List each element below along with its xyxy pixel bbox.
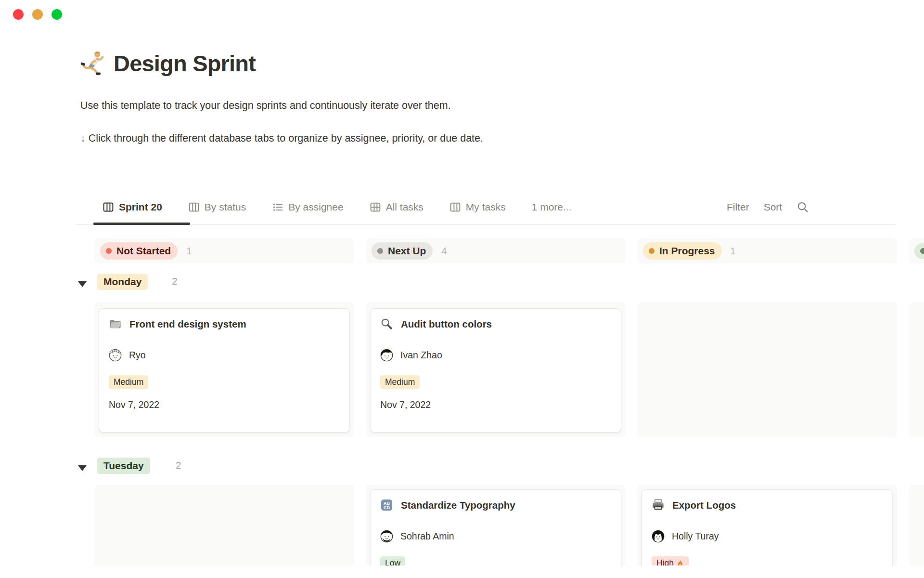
task-card-standardize-typography[interactable]: AB CD Standardize Typography Sohrab Amin [370, 489, 621, 565]
column-count: 1 [186, 246, 192, 257]
task-card-front-end-design-system[interactable]: Front end design system Ryo Medium [99, 308, 350, 433]
card-title: Export Logos [672, 499, 736, 511]
priority-badge: High [652, 556, 689, 565]
assignee-name: Ivan Zhao [400, 350, 442, 361]
page-hint: ↓ Click through the different database t… [80, 131, 483, 145]
assignee-name: Sohrab Amin [400, 531, 454, 542]
group-count-monday: 2 [172, 276, 178, 287]
tab-label: By assignee [288, 201, 343, 213]
priority-label: High [656, 558, 674, 565]
avatar-ivan-zhao [380, 349, 393, 362]
svg-text:CD: CD [384, 505, 390, 510]
page-title: Design Sprint [114, 50, 256, 77]
notion-window: Design Sprint Use this template to track… [0, 0, 924, 578]
tab-my-tasks[interactable]: My tasks [440, 197, 515, 218]
column-lane-partial [909, 302, 924, 437]
kanban-board: Not Started 1 Next Up 4 In Progress 1 Mo [0, 231, 924, 565]
magnifier-icon [380, 317, 393, 330]
sort-button[interactable]: Sort [764, 201, 783, 213]
status-badge: In Progress [643, 242, 722, 260]
table-icon [370, 201, 381, 213]
column-header-not-started[interactable]: Not Started 1 [94, 238, 354, 263]
assignee-name: Ryo [129, 350, 146, 361]
status-label: Next Up [388, 245, 426, 257]
tab-label: 1 more... [532, 201, 572, 213]
runner-emoji-icon [80, 49, 106, 77]
priority-badge: Medium [109, 375, 148, 389]
tabbar-divider [76, 224, 896, 225]
priority-badge: Low [380, 556, 405, 565]
fire-icon [677, 560, 684, 565]
page-description: Use this template to track your design s… [80, 99, 451, 112]
tab-by-status[interactable]: By status [179, 197, 255, 218]
abcd-icon: AB CD [380, 499, 393, 512]
filter-button[interactable]: Filter [727, 201, 749, 213]
tab-label: By status [205, 201, 246, 213]
view-tabs: Sprint 20 By status By assignee [93, 197, 581, 218]
close-window-button[interactable] [13, 9, 24, 20]
column-lane-empty [637, 302, 897, 437]
zoom-window-button[interactable] [51, 9, 62, 20]
column-lane-partial [909, 485, 924, 565]
board-icon [449, 201, 461, 213]
group-pill-monday[interactable]: Monday [97, 274, 148, 290]
group-count-tuesday: 2 [176, 460, 181, 471]
due-date: Nov 7, 2022 [109, 399, 340, 410]
column-count: 1 [731, 246, 736, 257]
card-title: Front end design system [129, 318, 246, 330]
status-dot-icon [920, 248, 924, 254]
tab-by-assignee[interactable]: By assignee [263, 197, 352, 218]
status-dot-icon [649, 248, 654, 254]
card-title: Standardize Typography [401, 499, 515, 511]
status-badge: Not Started [100, 242, 178, 260]
column-count: 4 [441, 246, 447, 257]
search-icon[interactable] [796, 201, 809, 213]
task-card-audit-button-colors[interactable]: Audit button colors Ivan Zhao Medium [370, 308, 621, 433]
tab-more-views[interactable]: 1 more... [523, 197, 581, 218]
status-badge: Next Up [372, 242, 433, 260]
tab-label: Sprint 20 [119, 201, 162, 213]
folder-icon [109, 317, 122, 330]
due-date: Nov 7, 2022 [380, 399, 611, 410]
avatar-holly-turay [652, 530, 665, 543]
tab-label: All tasks [386, 201, 424, 213]
column-header-next-up[interactable]: Next Up 4 [366, 238, 626, 263]
group-pill-tuesday[interactable]: Tuesday [97, 458, 150, 474]
assignee-name: Holly Turay [672, 531, 719, 542]
list-icon [272, 201, 283, 213]
collapse-toggle-tuesday[interactable] [78, 465, 87, 471]
status-label: In Progress [659, 245, 715, 257]
active-tab-underline [93, 223, 190, 225]
tab-label: My tasks [466, 201, 506, 213]
tab-all-tasks[interactable]: All tasks [360, 197, 433, 218]
page-header: Design Sprint [80, 49, 256, 77]
status-dot-icon [377, 248, 383, 254]
priority-badge: Medium [380, 375, 420, 389]
printer-icon [652, 499, 665, 512]
card-title: Audit button colors [401, 318, 492, 330]
avatar-ryo [109, 349, 122, 362]
window-controls [13, 9, 62, 20]
status-dot-icon [106, 248, 112, 254]
avatar-sohrab-amin [380, 530, 393, 543]
column-lane-empty [94, 485, 354, 565]
minimize-window-button[interactable] [32, 9, 43, 20]
tab-sprint-20[interactable]: Sprint 20 [93, 197, 171, 218]
status-badge [914, 243, 924, 259]
svg-text:AB: AB [384, 501, 390, 506]
board-icon [188, 201, 200, 213]
board-icon [103, 201, 114, 213]
task-card-export-logos[interactable]: Export Logos Holly Turay High [642, 489, 893, 565]
view-toolbar: Filter Sort [727, 197, 809, 218]
collapse-toggle-monday[interactable] [78, 281, 87, 287]
status-label: Not Started [116, 245, 171, 257]
column-header-partial[interactable] [909, 238, 924, 263]
column-header-in-progress[interactable]: In Progress 1 [637, 238, 897, 263]
